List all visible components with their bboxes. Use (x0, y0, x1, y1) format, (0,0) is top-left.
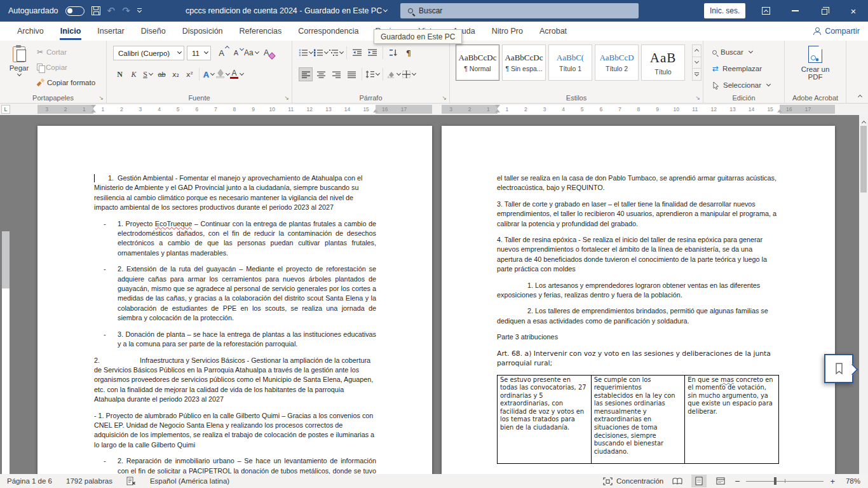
table-cell[interactable]: Se estuvo presente en todas las convocat… (498, 375, 592, 464)
borders-button[interactable] (402, 67, 416, 81)
grow-font-button[interactable]: A (215, 46, 228, 60)
select-button[interactable]: Seleccionar (712, 79, 770, 92)
share-button[interactable]: Compartir (813, 22, 860, 41)
style-card[interactable]: AaBbC( Título 1 (548, 44, 592, 81)
first-line-indent-marker[interactable] (91, 105, 96, 108)
minimize-button[interactable] (780, 0, 810, 22)
menu-tab[interactable]: Referencias (231, 22, 290, 41)
format-painter-button[interactable]: Copiar formato (37, 76, 95, 88)
numbered-list-button[interactable] (314, 46, 328, 60)
paragraph[interactable]: 3. Donación de planta – se hace la entre… (94, 330, 376, 349)
menu-tab[interactable]: Archivo (9, 22, 52, 41)
word-count[interactable]: 1792 palabras (66, 477, 112, 485)
paragraph[interactable]: 1. Gestión Ambiental - Fomentar el manej… (94, 173, 376, 213)
sort-button[interactable] (386, 46, 400, 60)
bullet-list-button[interactable] (299, 46, 313, 60)
gallery-more-icon[interactable] (692, 69, 702, 81)
style-card[interactable]: AaBbCcD Título 2 (595, 44, 639, 81)
paragraph[interactable]: 4. Taller de resina epóxica - Se realiza… (497, 235, 779, 274)
paragraph[interactable]: Parte 3 atribuciones (497, 332, 779, 342)
style-card[interactable]: AaBbCcDc ¶ Sin espa... (502, 44, 546, 81)
collapse-ribbon-icon[interactable] (857, 91, 862, 100)
scroll-up-icon[interactable] (859, 117, 868, 126)
shading-button[interactable] (386, 67, 400, 81)
decrease-indent-button[interactable] (350, 46, 364, 60)
paragraph[interactable]: - 1. Proyecto de alumbrado Público en la… (94, 411, 376, 451)
list-item[interactable]: 1. Proyecto EcoTrueque – Continuar con l… (94, 219, 376, 259)
menu-tab[interactable]: Diseño (133, 22, 174, 41)
gallery-up-icon[interactable] (692, 44, 702, 57)
paragraph[interactable]: 2. Extensión de la ruta del guayacán – M… (94, 264, 376, 323)
superscript-button[interactable]: x² (183, 67, 196, 81)
first-line-indent-marker[interactable] (495, 105, 500, 108)
justify-button[interactable] (344, 67, 358, 81)
table-cell[interactable]: Se cumple con los requerimientos estable… (591, 375, 685, 464)
strikethrough-button[interactable]: ab (155, 67, 168, 81)
align-left-button[interactable] (299, 67, 313, 81)
close-button[interactable]: × (839, 0, 868, 22)
change-case-button[interactable]: Aa (244, 46, 259, 60)
save-icon[interactable] (92, 6, 100, 15)
ruler-page2[interactable]: 321 123456789101112131415 1617 (442, 105, 835, 114)
vertical-scrollbar[interactable] (859, 115, 868, 474)
line-spacing-button[interactable] (365, 67, 379, 81)
proofing-errors-icon[interactable] (126, 477, 136, 485)
increase-indent-button[interactable] (365, 46, 379, 60)
paragraph-dialog-launcher-icon[interactable]: ↘ (442, 95, 447, 101)
document-title[interactable]: cpccs rendicion de cuenta 2024 - Guardad… (186, 0, 387, 22)
multilevel-list-button[interactable] (329, 46, 343, 60)
language-indicator[interactable]: Español (América latina) (150, 477, 229, 485)
menu-tab[interactable]: Insertar (89, 22, 132, 41)
subscript-button[interactable]: x₂ (169, 67, 182, 81)
align-center-button[interactable] (314, 67, 328, 81)
font-color-button[interactable]: A (230, 67, 243, 81)
paste-button[interactable]: Pegar (5, 45, 33, 93)
find-button[interactable]: Buscar (712, 46, 752, 58)
right-indent-marker[interactable] (777, 109, 782, 112)
paragraph[interactable]: 3. Taller de corte y grabado en laser – … (497, 200, 779, 229)
redo-icon[interactable]: ↷ (122, 6, 130, 15)
copy-button[interactable]: Copiar (37, 61, 95, 73)
hanging-indent-marker[interactable] (91, 109, 96, 112)
font-dialog-launcher-icon[interactable]: ↘ (284, 95, 289, 101)
focus-mode-button[interactable]: Concentración (603, 477, 663, 485)
menu-tab[interactable]: Nitro Pro (484, 22, 531, 41)
style-card[interactable]: AaBbCcDc ¶ Normal (456, 44, 499, 81)
font-size-select[interactable]: 11 (187, 46, 211, 60)
ribbon-display-button[interactable] (751, 0, 780, 22)
document-table[interactable]: Se estuvo presente en todas las convocat… (497, 375, 779, 464)
paragraph[interactable]: 2. Los talleres de emprendimientos brind… (497, 306, 779, 326)
clipboard-dialog-launcher-icon[interactable]: ↘ (98, 95, 104, 101)
title-dropdown-icon[interactable] (383, 7, 388, 11)
web-layout-button[interactable] (713, 475, 728, 487)
text-effects-button[interactable]: A (202, 67, 215, 81)
restore-button[interactable] (810, 0, 839, 22)
zoom-slider-thumb[interactable] (774, 477, 776, 485)
shrink-font-button[interactable]: A (229, 46, 243, 60)
hanging-indent-marker[interactable] (495, 109, 500, 112)
undo-icon[interactable]: ↶ (107, 6, 116, 15)
customize-toolbar-icon[interactable] (137, 8, 142, 13)
table-cell[interactable]: En que se mas concreto en el momento de … (685, 375, 779, 464)
tab-selector[interactable]: L (1, 105, 10, 114)
zoom-in-button[interactable]: + (830, 477, 835, 486)
page-indicator[interactable]: Página 1 de 6 (7, 477, 52, 485)
right-indent-marker[interactable] (373, 109, 378, 112)
paragraph[interactable]: 2. Infraestructura y Servicios Básicos -… (94, 356, 376, 405)
replace-button[interactable]: ⇄Reemplazar (712, 62, 762, 75)
create-pdf-button[interactable]: Crear un PDF (794, 46, 837, 81)
clear-formatting-button[interactable]: A (260, 46, 273, 60)
bold-button[interactable]: N (113, 67, 126, 81)
gallery-down-icon[interactable] (692, 57, 702, 69)
zoom-out-button[interactable]: − (735, 476, 740, 486)
paragraph[interactable]: Art. 68. a) Intervenir con voz y voto en… (497, 349, 779, 369)
ruler-page1[interactable]: 321 123456789101112131415 1617 (37, 105, 432, 114)
document-area[interactable]: 1. Gestión Ambiental - Fomentar el manej… (0, 115, 868, 474)
highlight-color-button[interactable] (216, 67, 229, 81)
paragraph[interactable]: 2. Reparación de inmobiliario urbano – S… (94, 456, 376, 474)
document-page-2[interactable]: el taller se realiza en la casa de don P… (442, 126, 835, 474)
paragraph[interactable]: el taller se realiza en la casa de don P… (497, 173, 779, 193)
menu-tab[interactable]: Inicio (52, 22, 90, 41)
zoom-slider[interactable] (746, 475, 824, 487)
align-right-button[interactable] (329, 67, 343, 81)
